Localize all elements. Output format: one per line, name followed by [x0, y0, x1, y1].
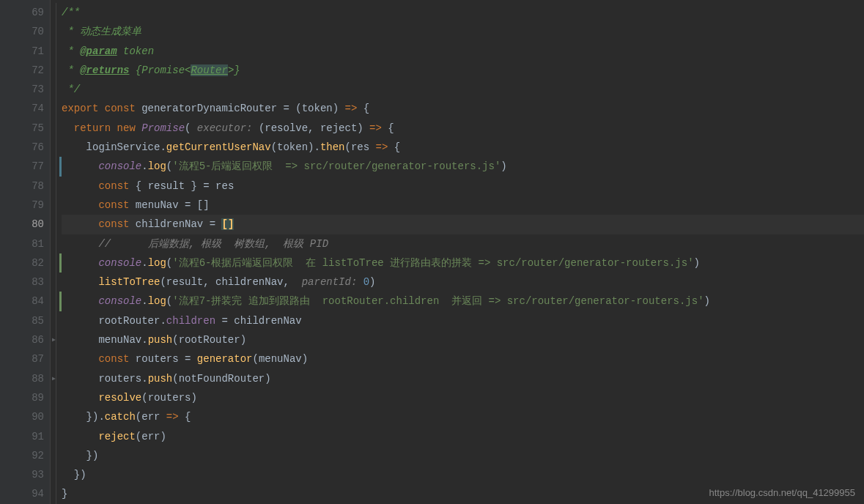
line-number[interactable]: 74 — [0, 99, 50, 118]
code-line[interactable]: menuNav.push(rootRouter) — [62, 330, 864, 349]
code-line[interactable]: resolve(routers) — [62, 388, 864, 407]
code-line[interactable]: reject(err) — [62, 427, 864, 446]
fold-arrow-icon[interactable]: ▶ — [52, 330, 56, 349]
line-number[interactable]: 82 — [0, 253, 50, 273]
fold-arrow-icon[interactable]: ▶ — [52, 369, 56, 388]
code-line[interactable]: * @returns {Promise<Router>} — [62, 61, 864, 80]
code-content[interactable]: /** * 动态生成菜单 * @param token * @returns {… — [62, 0, 864, 504]
line-number[interactable]: 75 — [0, 119, 50, 138]
code-line[interactable]: */ — [62, 80, 864, 99]
code-line[interactable]: console.log('流程7-拼装完 追加到跟路由 rootRouter.c… — [62, 292, 864, 311]
code-line[interactable]: const routers = generator(menuNav) — [62, 349, 864, 368]
watermark: https://blog.csdn.net/qq_41299955 — [709, 487, 856, 498]
code-line[interactable]: /** — [62, 3, 864, 22]
line-number-gutter[interactable]: 6970717273747576777879808182838485868788… — [0, 0, 50, 504]
line-number[interactable]: 71 — [0, 42, 50, 61]
line-number[interactable]: 91 — [0, 427, 50, 446]
line-number[interactable]: 72 — [0, 61, 50, 80]
code-line[interactable]: const menuNav = [] — [62, 196, 864, 215]
line-number[interactable]: 85 — [0, 311, 50, 330]
fold-column[interactable]: ▶▶ — [50, 0, 62, 504]
line-number[interactable]: 77 — [0, 157, 50, 176]
code-line[interactable]: loginService.getCurrentUserNav(token).th… — [62, 138, 864, 157]
line-number[interactable]: 81 — [0, 234, 50, 253]
line-number[interactable]: 73 — [0, 80, 50, 99]
code-line[interactable]: export const generatorDynamicRouter = (t… — [62, 99, 864, 118]
line-number[interactable]: 80 — [0, 215, 50, 234]
code-line[interactable]: listToTree(result, childrenNav, parentId… — [62, 273, 864, 292]
code-line[interactable]: // 后端数据, 根级 树数组, 根级 PID — [62, 234, 864, 253]
line-number[interactable]: 87 — [0, 349, 50, 368]
code-line[interactable]: console.log('流程6-根据后端返回权限 在 listToTree 进… — [62, 253, 864, 273]
line-number[interactable]: 69 — [0, 3, 50, 22]
line-number[interactable]: 94 — [0, 484, 50, 503]
line-number[interactable]: 92 — [0, 446, 50, 465]
line-number[interactable]: 78 — [0, 177, 50, 196]
line-number[interactable]: 86 — [0, 330, 50, 349]
line-number[interactable]: 89 — [0, 388, 50, 407]
line-number[interactable]: 93 — [0, 465, 50, 484]
code-line[interactable]: routers.push(notFoundRouter) — [62, 369, 864, 388]
code-line[interactable]: * 动态生成菜单 — [62, 22, 864, 41]
line-number[interactable]: 70 — [0, 22, 50, 41]
line-number[interactable]: 88 — [0, 369, 50, 388]
line-number[interactable]: 83 — [0, 273, 50, 292]
code-line[interactable]: rootRouter.children = childrenNav — [62, 311, 864, 330]
line-number[interactable]: 76 — [0, 138, 50, 157]
line-number[interactable]: 84 — [0, 292, 50, 311]
code-editor: 6970717273747576777879808182838485868788… — [0, 0, 864, 504]
line-number[interactable]: 90 — [0, 407, 50, 426]
code-line[interactable]: }) — [62, 465, 864, 484]
code-line[interactable]: const childrenNav = [] — [62, 215, 864, 234]
code-line[interactable]: }).catch(err => { — [62, 407, 864, 426]
code-line[interactable]: console.log('流程5-后端返回权限 => src/router/ge… — [62, 157, 864, 176]
code-line[interactable]: * @param token — [62, 42, 864, 61]
code-line[interactable]: return new Promise( executor: (resolve, … — [62, 119, 864, 138]
line-number[interactable]: 79 — [0, 196, 50, 215]
code-line[interactable]: const { result } = res — [62, 177, 864, 196]
code-line[interactable]: }) — [62, 446, 864, 465]
